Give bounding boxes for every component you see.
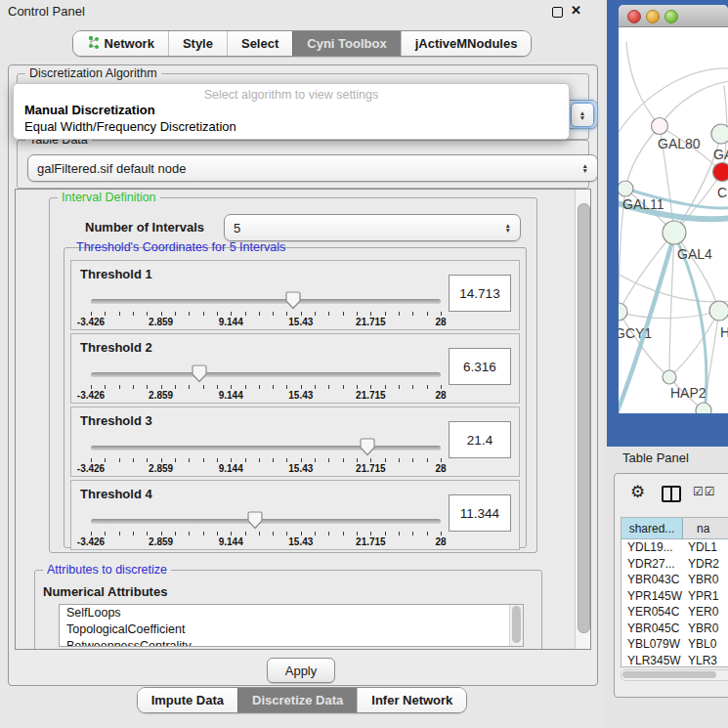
combo-arrow-button[interactable]: ▲▼ (571, 103, 594, 127)
minimize-traffic-light-icon[interactable] (646, 10, 660, 23)
apply-button[interactable]: Apply (267, 658, 335, 683)
tick-label: 9.144 (219, 390, 243, 401)
tick-mark (259, 312, 260, 316)
table-row[interactable]: YER054CYER0 (621, 604, 728, 621)
tick-mark (133, 312, 134, 316)
dropdown-option[interactable]: Manual Discretization (14, 102, 569, 118)
network-node[interactable] (619, 181, 633, 196)
network-node[interactable] (619, 303, 627, 321)
tick-mark (203, 532, 204, 535)
zoom-traffic-light-icon[interactable] (664, 10, 678, 23)
network-node[interactable] (713, 163, 728, 182)
tick-mark (385, 385, 386, 389)
tick-mark (427, 312, 428, 316)
tab-jactivemnodules[interactable]: jActiveMNodules (401, 31, 532, 56)
threshold-slider[interactable]: -3.4262.8599.14415.4321.71528 (91, 362, 441, 401)
threshold-slider[interactable]: -3.4262.8599.14415.4321.71528 (91, 435, 441, 474)
table-row[interactable]: YPR145WYPR1 (621, 588, 728, 605)
network-node[interactable] (711, 124, 728, 144)
node-attribute-table[interactable]: shared...na YDL19...YDL1YDR27...YDR2YBR0… (621, 517, 728, 667)
tick-label: 9.144 (219, 463, 243, 474)
table-data-combobox[interactable]: galFiltered.sif default node ▲▼ (27, 154, 598, 182)
dropdown-option[interactable]: Equal Width/Frequency Discretization (14, 118, 569, 135)
table-row[interactable]: YDR27...YDR2 (621, 556, 728, 573)
threshold-label: Threshold 3 (80, 413, 152, 428)
threshold-value-field[interactable]: 6.316 (449, 348, 511, 385)
tick-mark (105, 312, 106, 316)
network-node-label: GAL80 (658, 136, 701, 151)
close-traffic-light-icon[interactable] (627, 10, 641, 23)
list-item[interactable]: TopologicalCoefficient (60, 621, 523, 638)
tick-mark (343, 385, 344, 389)
network-node[interactable] (709, 301, 728, 321)
table-row[interactable]: YBL079WYBL0 (621, 636, 728, 653)
tick-mark (161, 385, 162, 389)
settings-panel-scrollbar[interactable] (575, 190, 590, 649)
tab-label: Style (183, 36, 213, 51)
threshold-slider[interactable]: -3.4262.8599.14415.4321.71528 (91, 508, 441, 547)
tab-label: Infer Network (371, 693, 452, 707)
column-header[interactable]: shared... (621, 518, 683, 538)
threshold-value-field[interactable]: 11.344 (449, 494, 511, 532)
gear-icon[interactable]: ⚙ (630, 482, 645, 502)
tab-select[interactable]: Select (227, 31, 292, 56)
tab-impute-data[interactable]: Impute Data (138, 688, 237, 712)
mac-window-titlebar[interactable] (619, 5, 728, 27)
tab-style[interactable]: Style (168, 31, 227, 56)
tick-mark (259, 532, 260, 535)
network-node[interactable] (696, 403, 711, 413)
table-horizontal-scrollbar[interactable] (621, 669, 728, 681)
table-row[interactable]: YLR345WYLR3 (621, 653, 728, 668)
network-canvas[interactable]: GAL80GACGAL11GAL4GCY1HHAP2 (619, 27, 728, 413)
table-row[interactable]: YDL19...YDL1 (621, 539, 728, 556)
list-item[interactable]: SelfLoops (60, 605, 523, 621)
network-node-label: GA (713, 147, 728, 162)
network-node[interactable] (652, 118, 668, 135)
tick-label: 15.43 (288, 536, 313, 547)
number-of-intervals-combobox[interactable]: 5 ▲▼ (224, 214, 521, 241)
numerical-attributes-label: Numerical Attributes (43, 584, 167, 599)
tick-mark (328, 532, 329, 535)
tick-label: 28 (435, 317, 446, 327)
close-icon[interactable]: ✕ (571, 3, 581, 18)
tick-label: -3.426 (77, 390, 105, 401)
dropdown-placeholder-item[interactable]: Select algorithm to view settings (14, 88, 569, 102)
network-node[interactable] (663, 221, 686, 244)
spinner-arrows-icon[interactable]: ▲▼ (505, 223, 511, 233)
threshold-slider[interactable]: -3.4262.8599.14415.4321.71528 (91, 288, 441, 327)
tick-mark (286, 532, 287, 535)
interval-definition-title: Interval Definition (58, 191, 160, 204)
threshold-value-field[interactable]: 14.713 (449, 275, 511, 312)
tab-infer-network[interactable]: Infer Network (357, 688, 466, 712)
table-row[interactable]: YBR045CYBR0 (621, 621, 728, 637)
column-header[interactable]: na (683, 518, 728, 538)
slider-track (91, 446, 441, 450)
spinner-arrows-icon[interactable]: ▲▼ (582, 163, 588, 173)
network-inner-window: GAL80GACGAL11GAL4GCY1HHAP2 (619, 5, 728, 413)
attributes-list-scrollbar[interactable] (509, 605, 523, 646)
tick-mark (91, 458, 92, 462)
tab-cyni-toolbox[interactable]: Cyni Toolbox (292, 31, 400, 56)
numerical-attributes-list[interactable]: SelfLoopsTopologicalCoefficientBetweenne… (59, 604, 524, 647)
tab-network[interactable]: Network (73, 31, 168, 56)
tick-mark (301, 458, 302, 462)
list-item[interactable]: BetweennessCentrality (60, 638, 523, 647)
network-node[interactable] (663, 370, 676, 384)
tick-mark (217, 385, 218, 389)
checkboxes-icon[interactable]: ☑☑ (693, 485, 716, 498)
tick-mark (175, 532, 176, 535)
tab-discretize-data[interactable]: Discretize Data (237, 688, 357, 712)
threshold-label: Threshold 4 (80, 487, 152, 501)
panel-title: Control Panel (8, 4, 85, 19)
tick-mark (357, 532, 358, 535)
tick-mark (91, 532, 92, 535)
table-row[interactable]: YBR043CYBR0 (621, 572, 728, 588)
threshold-label: Threshold 1 (80, 267, 152, 281)
tick-mark (412, 458, 413, 462)
column-layout-icon[interactable] (662, 486, 681, 502)
tick-mark (427, 458, 428, 462)
threshold-value-field[interactable]: 21.4 (449, 421, 511, 458)
float-window-icon[interactable] (552, 7, 563, 18)
tick-mark (370, 458, 371, 462)
tick-mark (412, 312, 413, 316)
